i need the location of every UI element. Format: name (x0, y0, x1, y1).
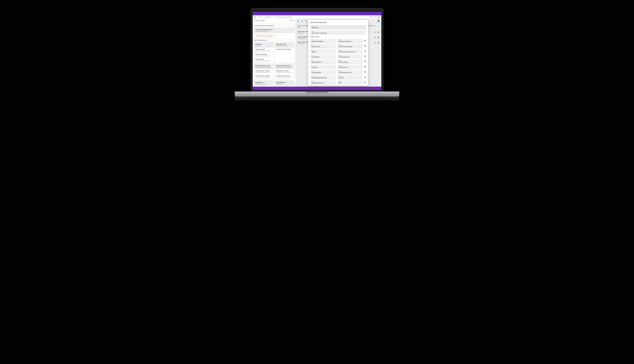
left-column: Alles anzeigen Unvollständige Konfigurat… (253, 19, 296, 86)
home-icon[interactable] (254, 16, 256, 18)
delete-property-icon[interactable] (364, 60, 366, 63)
config-card: Startbildschirmd.ecs homeBenutzerdefinie… (275, 80, 294, 86)
property-name-field[interactable]: Name*Confirmation Amount (337, 70, 363, 74)
config-card: IdentityProviderd.ecs identity providerI… (275, 42, 294, 62)
property-id-field[interactable]: ID*AVADAIDeliveryCity (310, 80, 336, 84)
property-name-field[interactable]: Name*Order Account Number (337, 44, 363, 48)
edit-document-type-modal: Dokumentart bearbeiten ID* SalesConfi Na… (308, 20, 368, 86)
delete-property-icon[interactable] (364, 45, 366, 47)
property-name-field[interactable]: Name*Zip Code (337, 75, 363, 79)
config-card: Repositorysd.velop dms configCustomer do… (254, 80, 274, 86)
filter-bar: Alles anzeigen (253, 19, 296, 22)
popout-icon[interactable] (375, 16, 377, 18)
property-id-field[interactable]: ID*ConfirmDate (310, 54, 336, 58)
card-header[interactable]: Unternehmensweite Suche d.velop enterpri… (254, 28, 294, 33)
config-card: Microsoft SharePoint-Anbi…d.velop connec… (275, 64, 294, 79)
edit-icon[interactable] (374, 42, 376, 44)
edit-icon[interactable] (374, 36, 376, 39)
screen: Start Konfiguration Microsoft Dynamics 3… (253, 12, 381, 90)
config-card: Microsoft Dynamics 365-A…d.velop connect… (254, 64, 274, 79)
section-label-incomplete: Unvollständige Konfigurationen (254, 25, 294, 26)
card-item[interactable]: Zuordnungen verwaltenKonfigurieren Sie d… (275, 74, 294, 79)
property-row: ID*OrderAccountNameName*Order Account Na… (310, 39, 366, 43)
breadcrumb-item[interactable]: Konfiguration (264, 16, 272, 18)
property-id-field[interactable]: ID*ConfirmId (310, 65, 336, 69)
back-icon[interactable] (257, 16, 258, 18)
download-file-button[interactable] (377, 20, 380, 22)
breadcrumb-item[interactable]: Microsoft Dynamics 365-Tabellen (274, 16, 293, 18)
delete-icon[interactable] (377, 42, 379, 44)
filter-dropdown[interactable]: Alles anzeigen (257, 20, 267, 21)
properties-heading: Eigenschaften (310, 36, 366, 38)
property-name-field[interactable]: Name*Delivery Adress (337, 60, 363, 64)
name-field[interactable]: Name* Sales Order Confirmation (310, 30, 366, 34)
delete-property-icon[interactable] (364, 71, 366, 73)
card-header[interactable]: IdentityProviderd.ecs identity provider (275, 42, 294, 48)
delete-icon[interactable] (377, 31, 379, 34)
main-column: Verwalten Sie Ihre Dok uordnungen als Qu… (296, 19, 381, 86)
card-item[interactable]: BenachrichtigungenKonfigurieren Sie die … (254, 52, 273, 58)
filter-icon[interactable] (254, 20, 256, 22)
delete-property-icon[interactable] (364, 76, 366, 78)
warning-icon (275, 34, 277, 36)
property-id-field[interactable]: ID*OrderAccountName (310, 39, 336, 43)
layout-split-icon[interactable] (370, 16, 371, 18)
delete-property-icon[interactable] (364, 40, 366, 42)
delete-property-icon[interactable] (364, 66, 366, 68)
property-name-field[interactable]: Name*Confirmation ID (337, 65, 363, 69)
titlebar: Start Konfiguration Microsoft Dynamics 3… (253, 15, 381, 19)
config-card-enterprise-search: Unternehmensweite Suche d.velop enterpri… (254, 28, 294, 38)
property-row: ID*DeliveryAddressName*Delivery Adress (310, 60, 366, 64)
layout-single-icon[interactable] (372, 16, 374, 18)
property-row: ID*AVADAIDeliveryCityName*City (310, 80, 366, 84)
property-name-field[interactable]: Name*Confirmation Date (337, 54, 363, 58)
card-item[interactable]: Exportsysteme verwaltenVerwalten Sie ver… (254, 74, 273, 79)
import-button[interactable] (301, 20, 303, 22)
delete-icon[interactable] (377, 36, 379, 39)
card-header[interactable]: Microsoft Dynamics 365-A…d.velop connect… (254, 64, 273, 69)
property-row: ID*ConfirmDateName*Confirmation Date (310, 54, 366, 58)
property-id-field[interactable]: ID*ConfirmAmount (310, 70, 336, 74)
card-header[interactable]: Startbildschirmd.ecs home (275, 80, 294, 86)
property-row: ID*ConfirmAmountName*Confirmation Amount (310, 70, 366, 74)
property-id-field[interactable]: ID*AVADAIDeliveryZipCode (310, 75, 336, 79)
property-id-field[interactable]: ID*SalesId (310, 49, 336, 53)
card-item[interactable]: Repositorys verwaltenVerwalten Sie Ihre … (275, 69, 294, 74)
property-id-field[interactable]: ID*DeliveryAddress (310, 60, 336, 64)
edit-icon[interactable] (374, 31, 376, 34)
card-item[interactable]: Dokumentarten verwaltenHinterlegen Sie I… (254, 69, 273, 74)
breadcrumb-item[interactable]: Start (259, 16, 262, 18)
property-id-field[interactable]: ID*OrderAccount (310, 44, 336, 48)
add-button[interactable] (305, 20, 307, 22)
card-item[interactable]: BenutzerrollenKonfigurieren Sie die Benu… (254, 58, 273, 62)
property-name-field[interactable]: Name*Sales Order Confirmation Id (337, 49, 363, 53)
property-row: ID*ConfirmIdName*Confirmation ID (310, 65, 366, 69)
avatar[interactable] (378, 16, 380, 18)
id-field[interactable]: ID* SalesConfi (310, 25, 366, 29)
card-header[interactable]: Microsoft SharePoint-Anbi…d.velop connec… (275, 64, 294, 69)
card-header[interactable]: Aufgabend.ecs task (254, 42, 273, 48)
property-row: ID*SalesIdName*Sales Order Confirmation … (310, 49, 366, 53)
card-item-confluence-credentials[interactable]: Atlassian Confluence-Zugangs… Verwalten … (254, 33, 294, 38)
accent-bar-top (253, 12, 381, 15)
section-label-all: Alle Konfigurationen (254, 40, 294, 41)
breadcrumb: Start Konfiguration Microsoft Dynamics 3… (259, 16, 293, 18)
search-icon[interactable] (293, 20, 294, 22)
modal-title: Dokumentart bearbeiten (308, 20, 368, 25)
property-name-field[interactable]: Name*Order Account Name (337, 39, 363, 43)
laptop-reflection (235, 96, 399, 102)
config-card: Aufgabend.ecs taskSystembenutzerKonfigur… (254, 42, 274, 62)
card-header[interactable]: Repositorysd.velop dms config (254, 80, 273, 86)
card-item[interactable]: IdentityProvider configuration (275, 48, 294, 51)
property-name-field[interactable]: Name*City (337, 80, 363, 84)
property-row: ID*AVADAIDeliveryZipCodeName*Zip Code (310, 75, 366, 79)
laptop-base (235, 92, 399, 96)
refresh-icon[interactable] (290, 20, 291, 22)
export-button[interactable] (297, 20, 299, 22)
delete-property-icon[interactable] (364, 50, 366, 52)
app: Start Konfiguration Microsoft Dynamics 3… (253, 12, 381, 90)
delete-property-icon[interactable] (364, 81, 366, 84)
card-item[interactable]: SystembenutzerKonfigurieren Sie den Syst… (254, 48, 273, 52)
accent-bar-bottom (253, 86, 381, 90)
delete-property-icon[interactable] (364, 55, 366, 58)
